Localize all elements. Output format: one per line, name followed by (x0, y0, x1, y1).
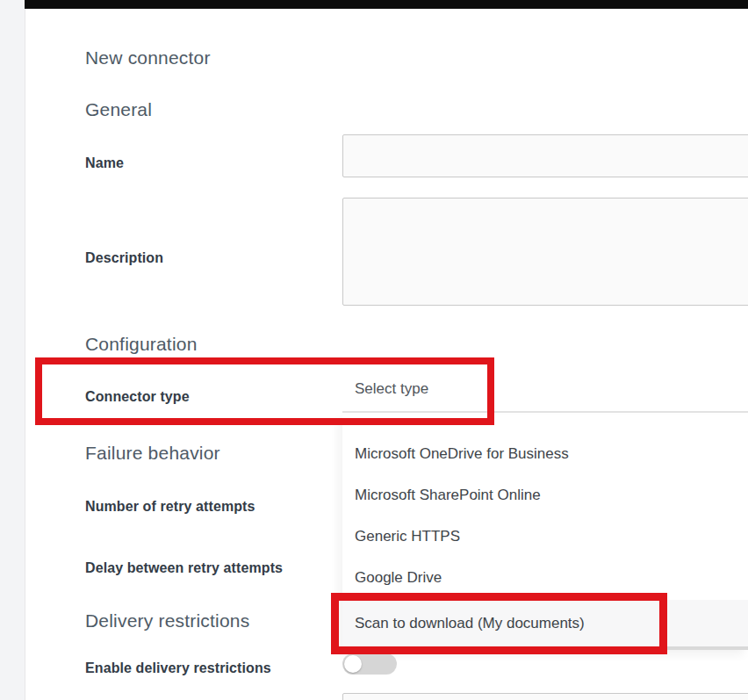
top-black-bar (25, 0, 748, 9)
enable-delivery-restrictions-toggle[interactable] (342, 653, 397, 675)
connector-type-dropdown-menu: Microsoft OneDrive for Business Microsof… (342, 415, 748, 650)
section-heading-general: General (85, 99, 152, 120)
name-label: Name (85, 155, 124, 171)
connector-type-label: Connector type (85, 389, 190, 405)
section-heading-delivery-restrictions: Delivery restrictions (85, 610, 249, 631)
dropdown-option-sharepoint[interactable]: Microsoft SharePoint Online (342, 474, 748, 516)
section-heading-failure-behavior: Failure behavior (85, 443, 220, 464)
retry-delay-label: Delay between retry attempts (85, 560, 283, 576)
dropdown-option-google-drive[interactable]: Google Drive (342, 557, 748, 598)
screenshot-stage: New connector General Name Description C… (0, 0, 748, 700)
dropdown-option-generic-https[interactable]: Generic HTTPS (342, 516, 748, 557)
dropdown-option-scan-to-download[interactable]: Scan to download (My documents) (342, 600, 748, 646)
dropdown-option-onedrive[interactable]: Microsoft OneDrive for Business (342, 433, 748, 474)
description-textarea[interactable] (342, 198, 748, 306)
delivery-restriction-field[interactable] (342, 693, 748, 700)
enable-delivery-restrictions-label: Enable delivery restrictions (85, 660, 271, 676)
connector-type-select[interactable]: Select type (342, 366, 748, 413)
toggle-knob (344, 655, 362, 673)
description-label: Description (85, 250, 163, 266)
page-title: New connector (85, 47, 211, 69)
section-heading-configuration: Configuration (85, 334, 198, 355)
retry-attempts-label: Number of retry attempts (85, 499, 255, 515)
name-input[interactable] (342, 134, 748, 177)
connector-type-placeholder: Select type (355, 380, 428, 398)
